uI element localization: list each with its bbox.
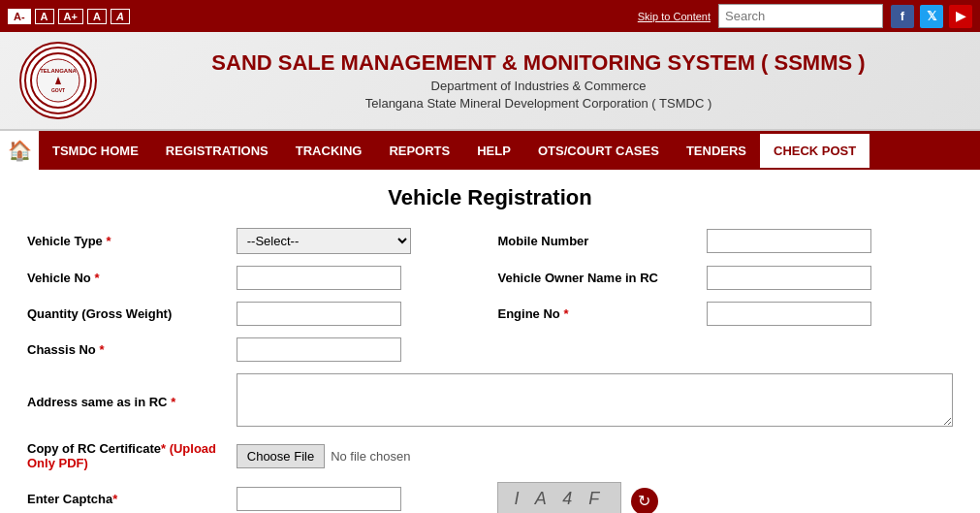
- twitter-icon[interactable]: 𝕏: [920, 5, 943, 28]
- captcha-image: I A 4 F: [497, 482, 621, 513]
- header-title: SAND SALE MANAGEMENT & MONITORING SYSTEM…: [116, 50, 961, 111]
- choose-file-button[interactable]: Choose File: [237, 444, 325, 468]
- chassis-no-input-cell: [229, 332, 490, 368]
- captcha-image-cell: I A 4 F ↻: [490, 476, 961, 513]
- rc-cert-label: Copy of RC Certificate* (Upload Only PDF…: [19, 435, 229, 476]
- form-table: Vehicle Type * --Select-- Private Commer…: [19, 222, 961, 513]
- captcha-input-cell: [229, 476, 490, 513]
- mobile-number-input[interactable]: [707, 229, 871, 253]
- form-row-quantity: Quantity (Gross Weight) Engine No *: [19, 296, 961, 332]
- header: TELANGANA GOVT SAND SALE MANAGEMENT & MO…: [0, 32, 980, 131]
- quantity-input[interactable]: [237, 302, 401, 326]
- vehicle-type-select[interactable]: --Select-- Private Commercial: [237, 228, 411, 254]
- subtitle1: Department of Industries & Commerce: [116, 79, 961, 93]
- captcha-input[interactable]: [237, 487, 401, 511]
- address-input-cell: [229, 368, 961, 435]
- nav-check-post[interactable]: CHECK POST: [760, 134, 869, 168]
- nav: 🏠 TSMDC Home REGISTRATIONS TRACKING REPO…: [0, 131, 980, 170]
- font-increase-btn[interactable]: A+: [58, 9, 83, 24]
- form-row-chassis: Chassis No *: [19, 332, 961, 368]
- form-row-address: Address same as in RC *: [19, 368, 961, 435]
- address-label: Address same as in RC *: [19, 368, 229, 435]
- engine-no-input-cell: [699, 296, 961, 332]
- logo-inner: TELANGANA GOVT: [24, 47, 92, 114]
- top-bar: A- A A+ A A Skip to Content f 𝕏 ▶: [0, 0, 980, 32]
- font-style-btn[interactable]: A: [111, 9, 130, 24]
- svg-text:TELANGANA: TELANGANA: [40, 68, 77, 74]
- captcha-refresh-button[interactable]: ↻: [631, 488, 658, 513]
- nav-tracking[interactable]: TRACKING: [282, 134, 376, 168]
- address-textarea[interactable]: [237, 373, 953, 427]
- page-title: Vehicle Registration: [0, 170, 980, 222]
- nav-tenders[interactable]: TENDERS: [673, 134, 760, 168]
- font-normal-btn[interactable]: A: [35, 9, 54, 24]
- mobile-number-label: Mobile Number: [490, 222, 699, 260]
- youtube-icon[interactable]: ▶: [949, 5, 972, 28]
- skip-to-content-link[interactable]: Skip to Content: [638, 11, 711, 22]
- nav-registrations[interactable]: REGISTRATIONS: [152, 134, 282, 168]
- nav-tsmdc-home[interactable]: TSMDC Home: [39, 134, 152, 168]
- vehicle-owner-input-cell: [699, 260, 961, 296]
- facebook-icon[interactable]: f: [891, 5, 914, 28]
- quantity-label: Quantity (Gross Weight): [19, 296, 229, 332]
- svg-text:GOVT: GOVT: [51, 87, 65, 93]
- file-section: Choose File No file chosen: [237, 444, 953, 468]
- form-row-rc-cert: Copy of RC Certificate* (Upload Only PDF…: [19, 435, 961, 476]
- engine-no-input[interactable]: [707, 302, 871, 326]
- mobile-number-input-cell: [699, 222, 961, 260]
- nav-help[interactable]: HELP: [463, 134, 524, 168]
- vehicle-no-input-cell: [229, 260, 490, 296]
- vehicle-no-label: Vehicle No *: [19, 260, 229, 296]
- logo: TELANGANA GOVT: [19, 42, 97, 119]
- site-title: SAND SALE MANAGEMENT & MONITORING SYSTEM…: [116, 50, 961, 76]
- social-icons: f 𝕏 ▶: [891, 5, 972, 28]
- vehicle-owner-input[interactable]: [707, 266, 871, 290]
- nav-reports[interactable]: REPORTS: [375, 134, 463, 168]
- home-button[interactable]: 🏠: [0, 131, 39, 170]
- form-row-vehicle-no: Vehicle No * Vehicle Owner Name in RC: [19, 260, 961, 296]
- search-area: Skip to Content f 𝕏 ▶: [638, 4, 972, 28]
- form-row-vehicle-type: Vehicle Type * --Select-- Private Commer…: [19, 222, 961, 260]
- font-a-btn[interactable]: A: [87, 9, 107, 24]
- nav-ots-court-cases[interactable]: OTS/COURT CASES: [524, 134, 673, 168]
- subtitle2: Telangana State Mineral Development Corp…: [116, 96, 961, 111]
- vehicle-type-label: Vehicle Type *: [19, 222, 229, 260]
- vehicle-owner-label: Vehicle Owner Name in RC: [490, 260, 699, 296]
- chassis-no-input[interactable]: [237, 337, 401, 362]
- quantity-input-cell: [229, 296, 490, 332]
- no-file-text: No file chosen: [331, 449, 410, 464]
- vehicle-no-input[interactable]: [237, 266, 401, 290]
- captcha-label: Enter Captcha*: [19, 476, 229, 513]
- form-row-captcha: Enter Captcha* I A 4 F ↻: [19, 476, 961, 513]
- form-container: Vehicle Type * --Select-- Private Commer…: [0, 222, 980, 513]
- vehicle-type-input-cell: --Select-- Private Commercial: [229, 222, 490, 260]
- font-decrease-btn[interactable]: A-: [8, 9, 31, 24]
- search-input[interactable]: [718, 4, 883, 28]
- chassis-no-label: Chassis No *: [19, 332, 229, 368]
- rc-cert-input-cell: Choose File No file chosen: [229, 435, 961, 476]
- engine-no-label: Engine No *: [490, 296, 699, 332]
